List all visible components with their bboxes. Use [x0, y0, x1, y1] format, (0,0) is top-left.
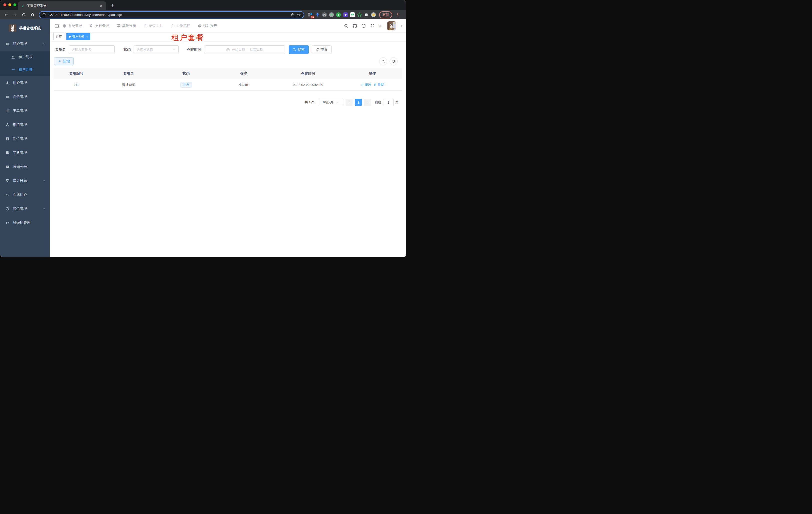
extension-workona-icon[interactable]: 10: [308, 12, 313, 17]
range-separator: -: [247, 48, 248, 52]
sidebar-item-audit-log[interactable]: 审计日志: [0, 174, 50, 188]
chev-down-icon: [42, 208, 46, 211]
nav-item-report[interactable]: 统计报表: [198, 24, 217, 28]
extension-star-icon[interactable]: [357, 12, 362, 17]
extension-chat-icon[interactable]: [350, 12, 355, 17]
column-header-3: 备注: [214, 68, 273, 79]
nav-item-system[interactable]: 系统管理: [63, 24, 82, 28]
user-avatar[interactable]: 4$0:70: [387, 21, 396, 30]
next-page-button[interactable]: [364, 99, 371, 106]
nav-item-payment[interactable]: ¥支付管理: [90, 24, 109, 28]
sidebar-item-notice[interactable]: 通知公告: [0, 160, 50, 174]
back-icon[interactable]: [4, 12, 8, 17]
extension-shield-icon[interactable]: [343, 12, 348, 17]
start-date-placeholder: 开始日期: [232, 47, 245, 52]
sidebar-item-sms[interactable]: 短信管理: [0, 202, 50, 216]
search-icon[interactable]: [344, 24, 348, 28]
extension-recorder-icon[interactable]: [329, 12, 334, 17]
sidebar-item-dept[interactable]: 部门管理: [0, 118, 50, 132]
add-button[interactable]: 新增: [54, 57, 74, 65]
cell-actions: 修改删除: [343, 79, 402, 90]
goto-page-input[interactable]: 1: [383, 99, 394, 106]
nav-item-workflow[interactable]: 工作流程: [171, 24, 190, 28]
address-bar[interactable]: 127.0.0.1:48080/admin-ui/system/tenant/p…: [39, 11, 304, 18]
date-range-picker[interactable]: 开始日期 - 结束日期: [204, 45, 285, 54]
forward-icon[interactable]: [13, 12, 17, 17]
tag-tenant-package[interactable]: 租户套餐 ×: [66, 33, 90, 40]
delete-link[interactable]: 删除: [374, 82, 384, 87]
online-icon: [5, 193, 9, 197]
post-icon: [5, 137, 9, 141]
nav-item-devtools[interactable]: 研发工具: [144, 24, 163, 28]
sidebar-item-post[interactable]: 岗位管理: [0, 132, 50, 146]
profile-avatar-icon[interactable]: [371, 12, 376, 17]
extension-command-icon[interactable]: ⌘: [322, 12, 327, 17]
delete-label: 删除: [378, 82, 384, 87]
browser-tab[interactable]: 芋道管理系统 ×: [18, 1, 107, 10]
zoom-window-button[interactable]: [13, 3, 17, 6]
sidebar-item-dict[interactable]: 字典管理: [0, 146, 50, 160]
sidebar-logo[interactable]: 芋道管理系统: [0, 19, 50, 37]
page-content: 套餐名 请输入套餐名 状态 请选择状态 创建时间 开始日期: [50, 41, 406, 257]
github-icon[interactable]: [353, 24, 357, 28]
table-tools: [379, 57, 398, 65]
nav-item-infra[interactable]: 基础设施: [117, 24, 136, 28]
chart-icon: [198, 24, 202, 28]
search-button[interactable]: 搜索: [289, 45, 309, 54]
column-header-4: 创建时间: [273, 68, 343, 79]
browser-update-button[interactable]: 更新: [379, 11, 392, 18]
home-icon[interactable]: [30, 12, 35, 17]
browser-menu-icon[interactable]: ⋮: [396, 12, 400, 17]
sidebar-item-label: 租户套餐: [19, 67, 46, 72]
avatar-caret-icon[interactable]: ▾: [401, 24, 403, 28]
new-tab-button[interactable]: +: [110, 2, 116, 8]
cell-package-id: 111: [54, 79, 99, 90]
nav-item-label: 系统管理: [68, 24, 82, 28]
sidebar-item-online-user[interactable]: 在线用户: [0, 188, 50, 202]
help-icon[interactable]: [361, 24, 366, 28]
sidebar-item-error-code[interactable]: 错误码管理: [0, 216, 50, 230]
refresh-table-button[interactable]: [390, 57, 398, 65]
minimize-window-button[interactable]: [8, 3, 11, 6]
tag-close-icon[interactable]: ×: [86, 35, 88, 38]
sidebar-item-role[interactable]: 角色管理: [0, 90, 50, 104]
status-placeholder: 请选择状态: [137, 47, 153, 52]
trash-icon: [374, 83, 377, 86]
font-size-icon[interactable]: tT: [379, 24, 382, 28]
fullscreen-icon[interactable]: [370, 24, 375, 28]
sidebar-item-user[interactable]: 用户管理: [0, 76, 50, 90]
collapse-sidebar-icon[interactable]: [55, 24, 59, 28]
tab-favicon-plant-icon: [21, 4, 25, 7]
tag-home[interactable]: 首页: [54, 33, 64, 40]
sidebar-item-tenant-package[interactable]: 租户套餐: [0, 63, 50, 76]
close-window-button[interactable]: [3, 3, 6, 6]
page-number-1[interactable]: 1: [355, 99, 362, 106]
bookmark-star-icon[interactable]: [297, 13, 301, 17]
tab-close-icon[interactable]: ×: [99, 3, 104, 8]
url-text: 127.0.0.1:48080/admin-ui/system/tenant/p…: [48, 13, 289, 17]
table-toolbar: 新增: [54, 57, 402, 65]
sidebar-item-tenant-list[interactable]: 租户列表: [0, 51, 50, 63]
page-size-select[interactable]: 10条/页: [318, 99, 344, 106]
reload-icon[interactable]: [22, 12, 26, 17]
site-info-icon[interactable]: [42, 13, 46, 17]
dict-icon: [5, 151, 9, 155]
extension-y-icon[interactable]: Y: [336, 12, 341, 17]
show-search-button[interactable]: [379, 57, 387, 65]
share-icon[interactable]: [291, 13, 295, 17]
browser-window: 芋道管理系统 × + 127.0.0.1:48080/admin-ui/syst…: [0, 0, 406, 257]
extension-gem-icon[interactable]: [315, 12, 320, 17]
prev-page-button[interactable]: [346, 99, 353, 106]
column-header-0: 套餐编号: [54, 68, 99, 79]
extensions-puzzle-icon[interactable]: [364, 12, 369, 17]
sidebar-item-menu[interactable]: 菜单管理: [0, 104, 50, 118]
package-name-label: 套餐名: [55, 47, 66, 52]
code-icon: [5, 221, 9, 225]
edit-link[interactable]: 修改: [361, 82, 371, 87]
package-name-input[interactable]: 请输入套餐名: [69, 45, 115, 54]
sidebar-item-tenant[interactable]: 租户管理: [0, 37, 50, 51]
package-name-placeholder: 请输入套餐名: [72, 47, 91, 52]
sidebar: 芋道管理系统 租户管理租户列表租户套餐用户管理角色管理菜单管理部门管理岗位管理字…: [0, 19, 50, 257]
reset-button[interactable]: 重置: [312, 45, 332, 54]
status-select[interactable]: 请选择状态: [134, 45, 179, 54]
